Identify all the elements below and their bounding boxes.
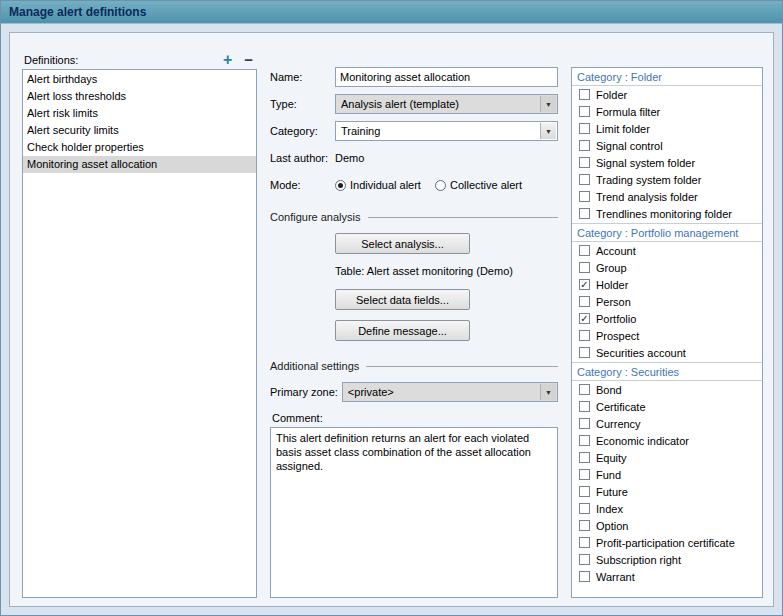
name-label: Name: xyxy=(270,71,335,83)
primary-zone-select[interactable]: <private> ▼ xyxy=(342,382,558,402)
category-item-label: Economic indicator xyxy=(596,435,689,447)
category-item-row[interactable]: Trendlines monitoring folder xyxy=(572,205,762,222)
category-item-row[interactable]: Bond xyxy=(572,381,762,398)
checkbox-unchecked-icon[interactable] xyxy=(579,520,590,531)
category-item-row[interactable]: Currency xyxy=(572,415,762,432)
category-item-row[interactable]: ✓Portfolio xyxy=(572,310,762,327)
category-item-row[interactable]: Signal control xyxy=(572,137,762,154)
select-data-fields-button[interactable]: Select data fields... xyxy=(335,289,470,310)
checkbox-unchecked-icon[interactable] xyxy=(579,245,590,256)
category-item-label: Certificate xyxy=(596,401,646,413)
definition-list-item[interactable]: Check holder properties xyxy=(23,139,256,156)
checkbox-unchecked-icon[interactable] xyxy=(579,418,590,429)
checkbox-unchecked-icon[interactable] xyxy=(579,384,590,395)
category-item-row[interactable]: ✓Holder xyxy=(572,276,762,293)
separator-line xyxy=(368,217,559,218)
checkbox-unchecked-icon[interactable] xyxy=(579,157,590,168)
definitions-label: Definitions: xyxy=(24,54,78,66)
category-item-row[interactable]: Prospect xyxy=(572,327,762,344)
category-item-row[interactable]: Formula filter xyxy=(572,103,762,120)
checkbox-unchecked-icon[interactable] xyxy=(579,330,590,341)
category-item-label: Limit folder xyxy=(596,123,650,135)
category-item-row[interactable]: Equity xyxy=(572,449,762,466)
checkbox-unchecked-icon[interactable] xyxy=(579,347,590,358)
category-select-value: Training xyxy=(341,125,380,137)
definitions-header: Definitions: + − xyxy=(22,49,257,69)
category-item-row[interactable]: Subscription right xyxy=(572,551,762,568)
type-row: Type: Analysis alert (template) ▼ xyxy=(270,94,558,114)
category-item-row[interactable]: Limit folder xyxy=(572,120,762,137)
add-definition-icon[interactable]: + xyxy=(223,53,232,66)
checkbox-unchecked-icon[interactable] xyxy=(579,296,590,307)
checkbox-unchecked-icon[interactable] xyxy=(579,486,590,497)
definition-list-item[interactable]: Alert birthdays xyxy=(23,71,256,88)
checkbox-unchecked-icon[interactable] xyxy=(579,537,590,548)
category-item-label: Bond xyxy=(596,384,622,396)
window-titlebar: Manage alert definitions xyxy=(1,1,782,24)
checkbox-unchecked-icon[interactable] xyxy=(579,401,590,412)
mode-option-individual[interactable]: Individual alert xyxy=(335,179,421,191)
checkbox-checked-icon[interactable]: ✓ xyxy=(579,313,590,324)
checkbox-unchecked-icon[interactable] xyxy=(579,452,590,463)
definition-list-item[interactable]: Alert loss thresholds xyxy=(23,88,256,105)
category-item-row[interactable]: Index xyxy=(572,500,762,517)
category-item-row[interactable]: Account xyxy=(572,242,762,259)
definition-list-item[interactable]: Alert security limits xyxy=(23,122,256,139)
checkbox-unchecked-icon[interactable] xyxy=(579,106,590,117)
category-item-row[interactable]: Certificate xyxy=(572,398,762,415)
category-item-row[interactable]: Warrant xyxy=(572,568,762,585)
category-item-row[interactable]: Trading system folder xyxy=(572,171,762,188)
checkbox-unchecked-icon[interactable] xyxy=(579,208,590,219)
category-item-row[interactable]: Group xyxy=(572,259,762,276)
mode-option-collective[interactable]: Collective alert xyxy=(435,179,522,191)
checkbox-unchecked-icon[interactable] xyxy=(579,140,590,151)
category-item-row[interactable]: Signal system folder xyxy=(572,154,762,171)
category-item-label: Person xyxy=(596,296,631,308)
comment-textarea[interactable]: This alert definition returns an alert f… xyxy=(270,427,558,598)
category-item-row[interactable]: Folder xyxy=(572,86,762,103)
checkbox-unchecked-icon[interactable] xyxy=(579,123,590,134)
category-item-row[interactable]: Option xyxy=(572,517,762,534)
definition-list-item[interactable]: Monitoring asset allocation xyxy=(23,156,256,173)
category-item-row[interactable]: Trend analysis folder xyxy=(572,188,762,205)
category-item-label: Signal control xyxy=(596,140,663,152)
name-row: Name: xyxy=(270,67,558,87)
category-item-row[interactable]: Profit-participation certificate xyxy=(572,534,762,551)
radio-button-icon[interactable] xyxy=(435,180,446,191)
checkbox-unchecked-icon[interactable] xyxy=(579,571,590,582)
category-panel[interactable]: Category : FolderFolderFormula filterLim… xyxy=(571,67,763,598)
checkbox-unchecked-icon[interactable] xyxy=(579,435,590,446)
select-analysis-button[interactable]: Select analysis... xyxy=(335,233,470,254)
checkbox-unchecked-icon[interactable] xyxy=(579,191,590,202)
category-item-label: Fund xyxy=(596,469,621,481)
name-input[interactable] xyxy=(335,67,558,87)
chevron-down-icon: ▼ xyxy=(540,123,556,139)
category-item-row[interactable]: Person xyxy=(572,293,762,310)
configure-analysis-label: Configure analysis xyxy=(270,211,361,223)
remove-definition-icon[interactable]: − xyxy=(244,53,253,66)
checkbox-unchecked-icon[interactable] xyxy=(579,554,590,565)
definitions-toolbar: + − xyxy=(223,53,253,66)
category-item-row[interactable]: Future xyxy=(572,483,762,500)
checkbox-unchecked-icon[interactable] xyxy=(579,262,590,273)
last-author-value: Demo xyxy=(335,152,364,164)
type-select[interactable]: Analysis alert (template) ▼ xyxy=(335,94,558,114)
category-select[interactable]: Training ▼ xyxy=(335,121,558,141)
checkbox-unchecked-icon[interactable] xyxy=(579,89,590,100)
last-author-label: Last author: xyxy=(270,152,335,164)
checkbox-unchecked-icon[interactable] xyxy=(579,503,590,514)
category-item-label: Group xyxy=(596,262,627,274)
category-item-row[interactable]: Fund xyxy=(572,466,762,483)
checkbox-unchecked-icon[interactable] xyxy=(579,469,590,480)
definition-list-item[interactable]: Alert risk limits xyxy=(23,105,256,122)
define-message-button[interactable]: Define message... xyxy=(335,320,470,341)
category-item-label: Prospect xyxy=(596,330,639,342)
checkbox-unchecked-icon[interactable] xyxy=(579,174,590,185)
radio-button-icon[interactable] xyxy=(335,180,346,191)
category-item-row[interactable]: Economic indicator xyxy=(572,432,762,449)
category-item-label: Holder xyxy=(596,279,628,291)
definitions-list[interactable]: Alert birthdaysAlert loss thresholdsAler… xyxy=(22,69,257,598)
category-item-row[interactable]: Securities account xyxy=(572,344,762,361)
category-item-label: Subscription right xyxy=(596,554,681,566)
checkbox-checked-icon[interactable]: ✓ xyxy=(579,279,590,290)
